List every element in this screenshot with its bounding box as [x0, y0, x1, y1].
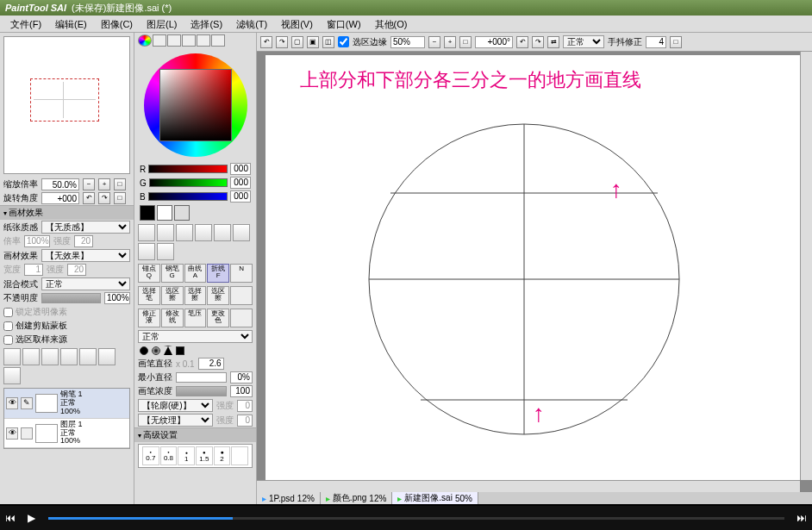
prev-button[interactable]: ⏮	[0, 508, 21, 528]
delete-layer-button[interactable]	[3, 367, 21, 384]
horizontal-scrollbar[interactable]	[257, 480, 800, 492]
mixer-mode-icon[interactable]	[182, 34, 196, 47]
stabilizer-value[interactable]	[646, 36, 666, 48]
brush-shape-tri[interactable]	[164, 346, 172, 355]
redo-button[interactable]: ↷	[276, 36, 288, 48]
canvas[interactable]: 上部分和下部分各三分之一的地方画直线 ↑ ↑	[265, 55, 800, 480]
color-wheel[interactable]	[144, 53, 247, 157]
move-tool[interactable]	[195, 224, 212, 241]
wand-tool[interactable]	[176, 224, 193, 241]
opacity-slider[interactable]	[41, 293, 101, 303]
menu-file[interactable]: 文件(F)	[3, 16, 48, 32]
sel-source-checkbox[interactable]	[3, 335, 13, 345]
video-progress[interactable]	[48, 517, 784, 520]
pressure-tool[interactable]: 笔压	[184, 309, 207, 327]
curve-tool[interactable]: 曲线A	[184, 264, 207, 283]
visibility-icon[interactable]: 👁	[6, 397, 18, 409]
tab-1[interactable]: ▸颜色.png12%	[321, 492, 392, 504]
zoom-out-button[interactable]: −	[83, 178, 95, 190]
menu-layer[interactable]: 图层(L)	[140, 16, 184, 32]
show-sel-button[interactable]: ◫	[322, 36, 334, 48]
layer-item-0[interactable]: 👁 ✎ 钢笔 1正常100%	[4, 389, 129, 419]
preset-1[interactable]: ●0.8	[160, 446, 178, 465]
eyedropper-tool[interactable]	[157, 243, 174, 260]
fg-swatch[interactable]	[140, 205, 155, 221]
material-header[interactable]: 画材效果	[0, 205, 134, 220]
effect-select[interactable]: 【无效果】	[41, 249, 130, 262]
flip-h-button[interactable]: ⇄	[547, 36, 559, 48]
new-folder-button[interactable]	[41, 348, 59, 365]
brush-tex1-select[interactable]: 【轮廓(硬)】	[138, 399, 213, 412]
zoom-in-canvas[interactable]: +	[444, 36, 456, 48]
brush-shape-round[interactable]	[140, 346, 148, 355]
transparent-swatch[interactable]	[174, 205, 190, 221]
polyline-tool[interactable]: 折线F	[207, 264, 229, 283]
preset-5[interactable]	[231, 446, 248, 465]
blend-select[interactable]: 正常	[41, 277, 130, 290]
menu-image[interactable]: 图像(C)	[94, 16, 140, 32]
tab-0[interactable]: ▸1P.psd12%	[257, 492, 321, 504]
preset-4[interactable]: ●2	[214, 446, 231, 465]
rect-select-tool[interactable]	[138, 224, 155, 241]
navigator[interactable]	[3, 36, 130, 174]
tool-empty[interactable]	[230, 286, 253, 305]
clear-layer-button[interactable]	[98, 348, 116, 365]
rotate-tool[interactable]	[233, 224, 250, 241]
scratchpad-mode-icon[interactable]	[211, 34, 225, 47]
menu-filter[interactable]: 滤镜(T)	[229, 16, 274, 32]
zoom-fit-canvas[interactable]: □	[459, 36, 472, 48]
menu-edit[interactable]: 编辑(E)	[48, 16, 94, 32]
layer-item-1[interactable]: 👁 图层 1正常100%	[4, 419, 129, 449]
brush-mode-select[interactable]: 正常	[138, 330, 253, 343]
toolbar-mode[interactable]: 正常	[563, 35, 604, 48]
zoom-out-canvas[interactable]: −	[428, 36, 440, 48]
zoom-tool[interactable]	[214, 224, 231, 241]
brush-shape-square[interactable]	[176, 346, 184, 355]
density-slider[interactable]	[176, 386, 227, 396]
lasso-tool[interactable]	[157, 224, 174, 241]
rgb-slider-mode-icon[interactable]	[153, 34, 166, 47]
play-button[interactable]: ▶	[21, 508, 41, 528]
advanced-header[interactable]: 高级设置	[134, 427, 256, 442]
bg-swatch[interactable]	[157, 205, 172, 221]
sel-erase3-tool[interactable]: 选区擦	[207, 286, 229, 305]
sel-erase-tool[interactable]: 选区擦	[161, 286, 184, 305]
invert-sel-button[interactable]: ▣	[307, 36, 319, 48]
next-button[interactable]: ⏭	[791, 508, 812, 528]
sel-edge-checkbox[interactable]	[338, 36, 349, 47]
preset-0[interactable]: ●0.7	[142, 446, 159, 465]
preset-2[interactable]: ●1	[178, 446, 195, 465]
swatch-mode-icon[interactable]	[197, 34, 210, 47]
sel-erase2-tool[interactable]: 选择擦	[184, 286, 207, 305]
r-slider[interactable]	[148, 165, 228, 173]
brush-tex2-select[interactable]: 【无纹理】	[138, 414, 213, 427]
texture-select[interactable]: 【无质感】	[41, 221, 130, 234]
b-slider[interactable]	[148, 192, 228, 201]
stab-toggle[interactable]: □	[670, 36, 682, 48]
zoom-reset-button[interactable]: □	[114, 178, 126, 190]
tool-empty2[interactable]	[230, 309, 253, 327]
anchor-tool[interactable]: 锚点Q	[138, 264, 160, 283]
edit-line-tool[interactable]: 修改线	[161, 309, 184, 327]
deselect-button[interactable]: ▢	[291, 36, 303, 48]
rotate-right-button[interactable]: ↷	[98, 192, 110, 204]
visibility-icon[interactable]: 👁	[6, 427, 18, 440]
brush-shape-soft[interactable]	[152, 346, 160, 355]
g-slider[interactable]	[149, 178, 228, 187]
merge-down-button[interactable]	[79, 348, 97, 365]
vertical-scrollbar[interactable]	[800, 52, 812, 480]
new-pen-layer-button[interactable]	[22, 348, 40, 365]
rot-right-canvas[interactable]: ↷	[532, 36, 544, 48]
menu-other[interactable]: 其他(O)	[368, 16, 415, 32]
transfer-down-button[interactable]	[60, 348, 78, 365]
color-wheel-mode-icon[interactable]	[138, 34, 152, 47]
tool-n[interactable]: N	[230, 264, 253, 283]
preset-3[interactable]: ●1.5	[196, 446, 213, 465]
clip-mask-checkbox[interactable]	[3, 321, 13, 331]
sel-pen-tool[interactable]: 选择笔	[138, 286, 160, 305]
sel-edge-value[interactable]	[390, 36, 425, 48]
rot-left-canvas[interactable]: ↶	[516, 36, 528, 48]
new-layer-button[interactable]	[3, 348, 21, 365]
rotate-reset-button[interactable]: □	[114, 192, 126, 204]
whiteout-tool[interactable]: 修正液	[138, 309, 160, 327]
